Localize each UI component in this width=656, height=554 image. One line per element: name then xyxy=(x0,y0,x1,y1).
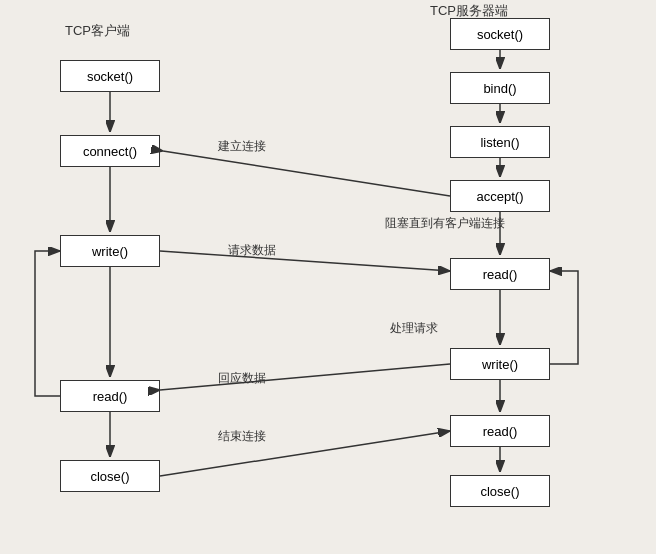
client-connect-box: connect() xyxy=(60,135,160,167)
client-read-box: read() xyxy=(60,380,160,412)
server-read1-box: read() xyxy=(450,258,550,290)
svg-line-13 xyxy=(163,151,450,196)
client-socket-box: socket() xyxy=(60,60,160,92)
label-response: 回应数据 xyxy=(218,370,266,387)
server-accept-box: accept() xyxy=(450,180,550,212)
svg-line-16 xyxy=(160,431,450,476)
label-process: 处理请求 xyxy=(390,320,438,337)
server-listen-box: listen() xyxy=(450,126,550,158)
client-close-box: close() xyxy=(60,460,160,492)
client-write-box: write() xyxy=(60,235,160,267)
label-close: 结束连接 xyxy=(218,428,266,445)
svg-line-14 xyxy=(160,251,450,271)
server-close-box: close() xyxy=(450,475,550,507)
server-bind-box: bind() xyxy=(450,72,550,104)
server-read2-box: read() xyxy=(450,415,550,447)
label-request: 请求数据 xyxy=(228,242,276,259)
server-socket-box: socket() xyxy=(450,18,550,50)
label-connect: 建立连接 xyxy=(218,138,266,155)
svg-line-15 xyxy=(160,364,450,390)
diagram-container: TCP客户端 TCP服务器端 socket() connect() write(… xyxy=(0,0,656,554)
server-write-box: write() xyxy=(450,348,550,380)
client-label: TCP客户端 xyxy=(65,22,130,40)
label-block: 阻塞直到有客户端连接 xyxy=(385,215,505,232)
